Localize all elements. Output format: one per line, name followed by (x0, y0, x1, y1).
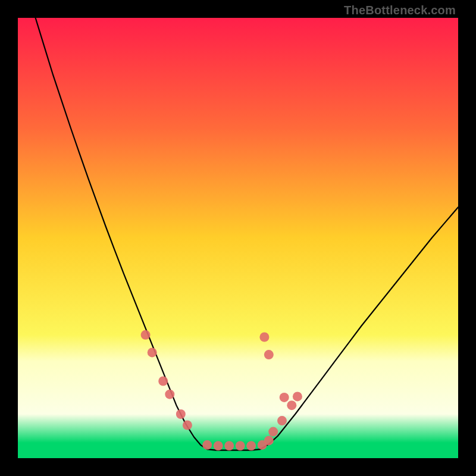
marker-dot (277, 416, 287, 425)
marker-dot (264, 436, 274, 445)
marker-dot (202, 440, 212, 450)
marker-dot (264, 350, 274, 359)
marker-dot (148, 347, 157, 357)
marker-dot (176, 409, 186, 419)
watermark-label: TheBottleneck.com (344, 4, 456, 17)
marker-dot (268, 427, 278, 437)
gradient-background (18, 18, 458, 458)
marker-dot (158, 377, 168, 386)
marker-dot (293, 392, 302, 401)
marker-dot (183, 421, 192, 430)
marker-dot (280, 393, 289, 402)
marker-dot (165, 390, 174, 399)
marker-dot (287, 400, 296, 410)
marker-dot (214, 441, 223, 450)
marker-dot (259, 333, 269, 342)
marker-dot (236, 441, 245, 450)
marker-dot (246, 441, 256, 450)
marker-dot (224, 441, 234, 450)
plot-area (18, 18, 458, 458)
marker-dot (141, 330, 151, 340)
chart-svg (18, 18, 458, 458)
chart-frame: TheBottleneck.com (0, 0, 476, 476)
